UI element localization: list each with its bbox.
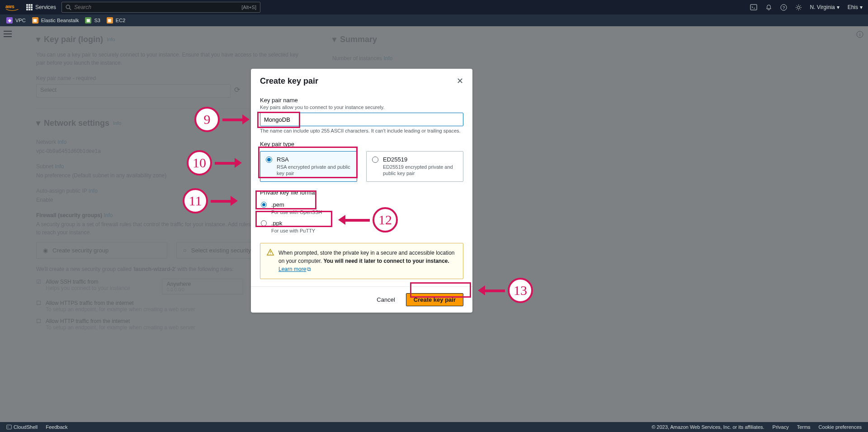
terms-link[interactable]: Terms — [797, 424, 811, 430]
svg-line-2 — [70, 8, 71, 10]
search-input[interactable] — [74, 4, 241, 10]
modal-title: Create key pair — [260, 76, 318, 86]
search-icon — [66, 5, 71, 10]
key-format-label: Private key file format — [260, 189, 463, 196]
svg-rect-3 — [750, 5, 757, 10]
keypair-name-hint: The name can include upto 255 ASCII char… — [260, 128, 463, 133]
radio-icon — [261, 202, 267, 208]
keypair-type-rsa[interactable]: RSARSA encrypted private and public key … — [260, 151, 357, 182]
cookies-link[interactable]: Cookie preferences — [819, 424, 862, 430]
feedback-link[interactable]: Feedback — [46, 424, 67, 430]
svg-point-6 — [797, 6, 800, 9]
radio-icon — [261, 220, 267, 226]
key-format-ppk[interactable]: .ppkFor use with PuTTY — [260, 218, 463, 237]
svg-text:?: ? — [782, 5, 784, 10]
help-icon[interactable]: ? — [780, 4, 787, 11]
fav-vpc[interactable]: ◆VPC — [6, 17, 26, 24]
chevron-down-icon: ▾ — [837, 4, 840, 10]
warning-icon — [267, 249, 274, 256]
fav-beanstalk[interactable]: ▣Elastic Beanstalk — [32, 17, 79, 24]
privacy-link[interactable]: Privacy — [773, 424, 789, 430]
s3-icon: ▣ — [85, 17, 91, 24]
cloudshell-icon — [6, 424, 12, 430]
keypair-type-ed25519[interactable]: ED25519ED25519 encrypted private and pub… — [366, 151, 463, 182]
chevron-down-icon: ▾ — [860, 4, 863, 10]
cloudshell-link[interactable]: CloudShell — [6, 424, 38, 430]
fav-s3[interactable]: ▣S3 — [85, 17, 100, 24]
fav-ec2[interactable]: ▣EC2 — [107, 17, 125, 24]
warning-box: When prompted, store the private key in … — [260, 243, 463, 279]
top-nav: aws Services [Alt+S] ? N. Virginia▾ Ehis… — [0, 0, 868, 14]
user-menu[interactable]: Ehis▾ — [848, 4, 863, 10]
keypair-type-label: Key pair type — [260, 141, 463, 147]
cloudshell-icon[interactable] — [750, 4, 757, 11]
svg-point-13 — [270, 254, 271, 255]
keypair-name-label: Key pair name — [260, 97, 463, 104]
grid-icon — [26, 4, 33, 10]
cancel-button[interactable]: Cancel — [370, 293, 401, 306]
key-format-pem[interactable]: .pemFor use with OpenSSH — [260, 199, 463, 218]
external-link-icon: ⧉ — [307, 265, 311, 273]
aws-logo[interactable]: aws — [5, 3, 19, 11]
radio-icon — [266, 157, 272, 163]
services-menu[interactable]: Services — [26, 4, 56, 10]
svg-point-1 — [66, 5, 70, 9]
region-selector[interactable]: N. Virginia▾ — [810, 4, 840, 10]
gear-icon[interactable] — [795, 4, 802, 11]
services-label: Services — [35, 4, 56, 10]
vpc-icon: ◆ — [6, 17, 13, 24]
svg-rect-14 — [7, 425, 12, 429]
create-keypair-modal: Create key pair ✕ Key pair name Key pair… — [251, 69, 472, 313]
learn-more-link[interactable]: Learn more⧉ — [278, 266, 311, 272]
bottom-bar: CloudShell Feedback © 2023, Amazon Web S… — [0, 422, 868, 432]
copyright: © 2023, Amazon Web Services, Inc. or its… — [651, 424, 764, 430]
close-icon[interactable]: ✕ — [457, 76, 463, 86]
svg-text:aws: aws — [5, 4, 14, 9]
search-hint: [Alt+S] — [241, 5, 256, 10]
keypair-name-desc: Key pairs allow you to connect to your i… — [260, 104, 463, 110]
search-bar[interactable]: [Alt+S] — [61, 2, 260, 13]
radio-icon — [372, 157, 378, 163]
bell-icon[interactable] — [765, 4, 772, 11]
keypair-name-input[interactable] — [260, 113, 463, 126]
beanstalk-icon: ▣ — [32, 17, 38, 24]
ec2-icon: ▣ — [107, 17, 113, 24]
create-keypair-button[interactable]: Create key pair — [406, 293, 463, 306]
favorites-bar: ◆VPC ▣Elastic Beanstalk ▣S3 ▣EC2 — [0, 14, 868, 26]
